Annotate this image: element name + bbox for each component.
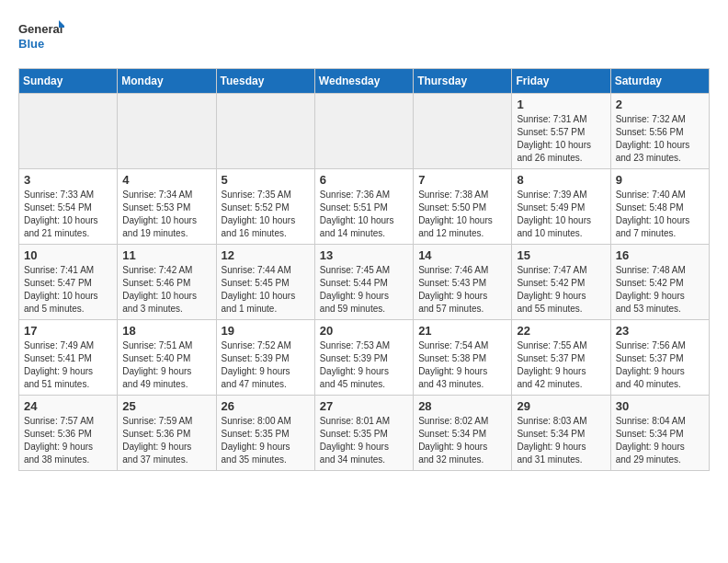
day-info: Sunrise: 8:04 AM Sunset: 5:34 PM Dayligh… <box>616 415 704 466</box>
day-info: Sunrise: 7:47 AM Sunset: 5:42 PM Dayligh… <box>517 264 605 316</box>
day-number: 14 <box>418 248 506 262</box>
day-info: Sunrise: 7:48 AM Sunset: 5:42 PM Dayligh… <box>616 264 704 316</box>
day-number: 10 <box>24 248 112 262</box>
svg-text:General: General <box>18 22 63 36</box>
day-number: 18 <box>122 324 210 338</box>
day-info: Sunrise: 7:39 AM Sunset: 5:49 PM Dayligh… <box>517 189 605 240</box>
day-number: 21 <box>418 324 506 338</box>
day-info: Sunrise: 7:35 AM Sunset: 5:52 PM Dayligh… <box>222 189 310 240</box>
day-info: Sunrise: 7:46 AM Sunset: 5:43 PM Dayligh… <box>418 264 506 316</box>
day-number: 25 <box>122 399 210 413</box>
calendar-cell: 30Sunrise: 8:04 AM Sunset: 5:34 PM Dayli… <box>610 396 709 471</box>
calendar-cell: 20Sunrise: 7:53 AM Sunset: 5:39 PM Dayli… <box>314 320 413 396</box>
svg-text:Blue: Blue <box>18 37 44 51</box>
day-info: Sunrise: 7:54 AM Sunset: 5:38 PM Dayligh… <box>418 339 506 391</box>
calendar-cell: 7Sunrise: 7:38 AM Sunset: 5:50 PM Daylig… <box>414 169 512 245</box>
day-number: 19 <box>222 324 310 338</box>
day-header-friday: Friday <box>512 69 610 94</box>
day-number: 7 <box>418 173 506 187</box>
day-number: 29 <box>517 399 605 413</box>
day-info: Sunrise: 8:01 AM Sunset: 5:35 PM Dayligh… <box>320 415 408 466</box>
day-info: Sunrise: 7:51 AM Sunset: 5:40 PM Dayligh… <box>122 339 210 391</box>
day-header-thursday: Thursday <box>414 69 512 94</box>
calendar-cell: 15Sunrise: 7:47 AM Sunset: 5:42 PM Dayli… <box>512 245 610 320</box>
day-info: Sunrise: 7:52 AM Sunset: 5:39 PM Dayligh… <box>222 339 310 391</box>
calendar-cell: 9Sunrise: 7:40 AM Sunset: 5:48 PM Daylig… <box>610 169 709 245</box>
day-number: 3 <box>24 173 112 187</box>
day-info: Sunrise: 8:00 AM Sunset: 5:35 PM Dayligh… <box>222 415 310 466</box>
calendar-header-row: SundayMondayTuesdayWednesdayThursdayFrid… <box>19 69 710 94</box>
day-info: Sunrise: 8:03 AM Sunset: 5:34 PM Dayligh… <box>517 415 605 466</box>
day-header-saturday: Saturday <box>610 69 709 94</box>
day-number: 1 <box>517 98 605 111</box>
calendar-week-5: 24Sunrise: 7:57 AM Sunset: 5:36 PM Dayli… <box>19 396 710 471</box>
calendar-cell: 24Sunrise: 7:57 AM Sunset: 5:36 PM Dayli… <box>19 396 118 471</box>
calendar-cell: 11Sunrise: 7:42 AM Sunset: 5:46 PM Dayli… <box>118 245 216 320</box>
calendar-cell: 6Sunrise: 7:36 AM Sunset: 5:51 PM Daylig… <box>314 169 413 245</box>
calendar-cell: 3Sunrise: 7:33 AM Sunset: 5:54 PM Daylig… <box>19 169 118 245</box>
day-number: 17 <box>24 324 112 338</box>
day-info: Sunrise: 7:53 AM Sunset: 5:39 PM Dayligh… <box>320 339 408 391</box>
day-info: Sunrise: 7:56 AM Sunset: 5:37 PM Dayligh… <box>616 339 704 391</box>
calendar-cell: 18Sunrise: 7:51 AM Sunset: 5:40 PM Dayli… <box>118 320 216 396</box>
calendar-cell: 16Sunrise: 7:48 AM Sunset: 5:42 PM Dayli… <box>610 245 709 320</box>
day-number: 12 <box>222 248 310 262</box>
calendar-cell: 8Sunrise: 7:39 AM Sunset: 5:49 PM Daylig… <box>512 169 610 245</box>
calendar-cell <box>414 94 512 169</box>
day-number: 22 <box>517 324 605 338</box>
calendar-cell: 1Sunrise: 7:31 AM Sunset: 5:57 PM Daylig… <box>512 94 610 169</box>
calendar-cell: 29Sunrise: 8:03 AM Sunset: 5:34 PM Dayli… <box>512 396 610 471</box>
day-info: Sunrise: 7:59 AM Sunset: 5:36 PM Dayligh… <box>122 415 210 466</box>
day-info: Sunrise: 7:49 AM Sunset: 5:41 PM Dayligh… <box>24 339 112 391</box>
day-info: Sunrise: 7:32 AM Sunset: 5:56 PM Dayligh… <box>616 113 704 165</box>
day-number: 27 <box>320 399 408 413</box>
calendar-cell <box>118 94 216 169</box>
day-number: 8 <box>517 173 605 187</box>
calendar-cell: 23Sunrise: 7:56 AM Sunset: 5:37 PM Dayli… <box>610 320 709 396</box>
day-info: Sunrise: 7:33 AM Sunset: 5:54 PM Dayligh… <box>24 189 112 240</box>
day-info: Sunrise: 7:34 AM Sunset: 5:53 PM Dayligh… <box>122 189 210 240</box>
calendar-week-1: 1Sunrise: 7:31 AM Sunset: 5:57 PM Daylig… <box>19 94 710 169</box>
calendar-cell: 22Sunrise: 7:55 AM Sunset: 5:37 PM Dayli… <box>512 320 610 396</box>
day-info: Sunrise: 7:36 AM Sunset: 5:51 PM Dayligh… <box>320 189 408 240</box>
calendar-cell: 4Sunrise: 7:34 AM Sunset: 5:53 PM Daylig… <box>118 169 216 245</box>
logo-svg: General Blue <box>18 18 64 59</box>
calendar-week-4: 17Sunrise: 7:49 AM Sunset: 5:41 PM Dayli… <box>19 320 710 396</box>
day-info: Sunrise: 7:44 AM Sunset: 5:45 PM Dayligh… <box>222 264 310 316</box>
calendar-cell: 28Sunrise: 8:02 AM Sunset: 5:34 PM Dayli… <box>414 396 512 471</box>
day-number: 6 <box>320 173 408 187</box>
day-header-wednesday: Wednesday <box>314 69 413 94</box>
day-number: 30 <box>616 399 704 413</box>
day-header-sunday: Sunday <box>19 69 118 94</box>
calendar-cell: 5Sunrise: 7:35 AM Sunset: 5:52 PM Daylig… <box>216 169 314 245</box>
day-info: Sunrise: 7:40 AM Sunset: 5:48 PM Dayligh… <box>616 189 704 240</box>
day-number: 20 <box>320 324 408 338</box>
day-info: Sunrise: 8:02 AM Sunset: 5:34 PM Dayligh… <box>418 415 506 466</box>
calendar-cell: 27Sunrise: 8:01 AM Sunset: 5:35 PM Dayli… <box>314 396 413 471</box>
day-number: 2 <box>616 98 704 111</box>
calendar-week-2: 3Sunrise: 7:33 AM Sunset: 5:54 PM Daylig… <box>19 169 710 245</box>
day-info: Sunrise: 7:31 AM Sunset: 5:57 PM Dayligh… <box>517 113 605 165</box>
calendar-cell: 21Sunrise: 7:54 AM Sunset: 5:38 PM Dayli… <box>414 320 512 396</box>
day-number: 4 <box>122 173 210 187</box>
day-info: Sunrise: 7:55 AM Sunset: 5:37 PM Dayligh… <box>517 339 605 391</box>
day-header-monday: Monday <box>118 69 216 94</box>
day-number: 28 <box>418 399 506 413</box>
calendar-cell <box>314 94 413 169</box>
day-number: 23 <box>616 324 704 338</box>
day-number: 11 <box>122 248 210 262</box>
day-info: Sunrise: 7:57 AM Sunset: 5:36 PM Dayligh… <box>24 415 112 466</box>
day-number: 26 <box>222 399 310 413</box>
calendar-cell: 10Sunrise: 7:41 AM Sunset: 5:47 PM Dayli… <box>19 245 118 320</box>
calendar-cell: 19Sunrise: 7:52 AM Sunset: 5:39 PM Dayli… <box>216 320 314 396</box>
logo: General Blue <box>18 18 64 59</box>
day-number: 16 <box>616 248 704 262</box>
day-number: 24 <box>24 399 112 413</box>
day-number: 15 <box>517 248 605 262</box>
calendar-cell: 2Sunrise: 7:32 AM Sunset: 5:56 PM Daylig… <box>610 94 709 169</box>
day-info: Sunrise: 7:45 AM Sunset: 5:44 PM Dayligh… <box>320 264 408 316</box>
calendar-cell: 12Sunrise: 7:44 AM Sunset: 5:45 PM Dayli… <box>216 245 314 320</box>
day-info: Sunrise: 7:42 AM Sunset: 5:46 PM Dayligh… <box>122 264 210 316</box>
day-number: 13 <box>320 248 408 262</box>
calendar-table: SundayMondayTuesdayWednesdayThursdayFrid… <box>18 68 710 471</box>
